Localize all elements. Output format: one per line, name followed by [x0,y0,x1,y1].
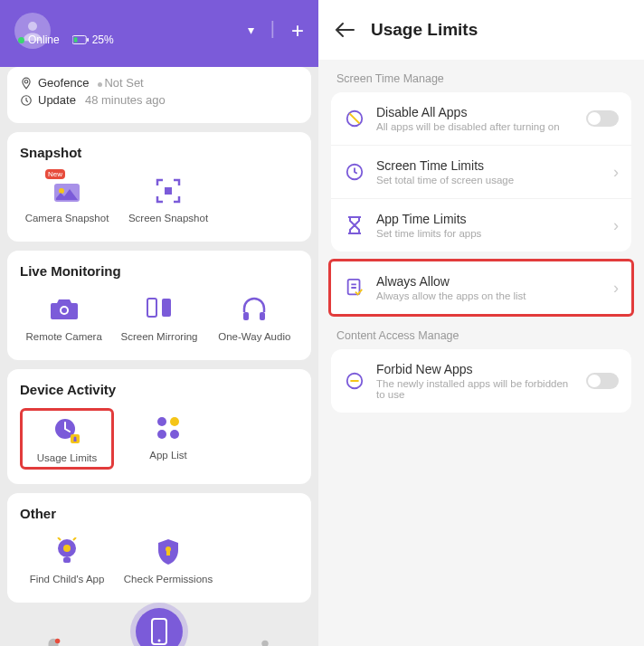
section-title: Live Monitoring [20,263,298,279]
app-time-limits-row[interactable]: App Time Limits Set time limits for apps… [331,199,631,252]
snapshot-section: Snapshot New Camera Snapshot Screen Snap… [7,132,311,242]
update-row[interactable]: Update 48 minutes ago [20,93,298,107]
screen-mirroring-item[interactable]: Screen Mirroring [115,290,203,346]
forbid-new-apps-row[interactable]: Forbid New Apps The newly installed apps… [331,349,631,413]
device-icon [136,608,183,646]
usage-limits-screen: Usage Limits Screen Time Manage Disable … [318,0,644,646]
forbid-toggle[interactable] [586,373,619,389]
lightbulb-icon [51,536,83,568]
back-button[interactable] [335,22,355,38]
svg-rect-25 [63,557,71,563]
camera-snapshot-item[interactable]: New Camera Snapshot [20,171,114,227]
svg-rect-13 [243,312,249,320]
add-button[interactable]: + [291,18,304,43]
svg-rect-27 [166,551,170,556]
svg-point-7 [59,188,64,194]
screen-time-card: Disable All Apps All apps will be disabl… [331,92,631,252]
other-section: Other Find Child's App Check Permissions [7,493,311,603]
bottom-nav: Notice Device Me [0,612,318,646]
nav-notice[interactable]: Notice [17,637,90,646]
svg-point-20 [170,417,179,426]
svg-point-21 [157,430,166,439]
svg-rect-12 [162,299,171,317]
camera-icon [48,293,80,326]
svg-point-24 [63,545,71,552]
status-card: Geofence Not Set Update 48 minutes ago [7,67,311,123]
chevron-right-icon: › [613,163,619,182]
hourglass-icon [344,214,365,236]
svg-point-4 [24,80,28,83]
section-title: Device Activity [20,382,298,397]
check-permissions-item[interactable]: Check Permissions [121,532,215,588]
mirroring-icon [143,293,175,326]
svg-point-10 [62,308,67,313]
find-childs-app-item[interactable]: Find Child's App [20,532,114,588]
forbid-icon [344,370,365,392]
app-list-item[interactable]: App List [121,408,215,470]
camera-snapshot-icon: New [51,175,83,207]
svg-rect-3 [87,38,89,42]
svg-rect-11 [147,299,156,317]
usage-limits-icon [51,414,83,447]
svg-point-28 [54,639,60,644]
svg-point-0 [28,22,37,31]
section-title: Other [20,506,298,521]
svg-point-22 [170,430,179,439]
chevron-right-icon: › [613,279,619,298]
always-allow-row[interactable]: Always Allow Always allow the apps on th… [331,261,631,314]
screen-snapshot-icon [152,175,185,207]
shield-icon [152,536,185,568]
svg-rect-14 [260,312,265,320]
live-monitoring-section: Live Monitoring Remote Camera Screen Mir… [7,251,311,360]
disable-icon [344,108,365,129]
svg-point-31 [262,641,269,646]
svg-rect-8 [165,187,172,195]
disable-all-apps-row[interactable]: Disable All Apps All apps will be disabl… [331,92,631,146]
chevron-right-icon: › [613,216,619,235]
usage-limits-item[interactable]: Usage Limits [20,408,114,470]
page-title: Usage Limits [371,20,478,40]
main-screen: Online 25% | + Geofence Not Set Update [0,0,318,646]
disable-toggle[interactable] [586,110,619,127]
svg-rect-18 [74,439,77,442]
device-activity-section: Device Activity Usage Limits App List [7,369,311,484]
content-access-manage-label: Content Access Manage [318,317,644,349]
battery-indicator: 25% [72,33,114,46]
one-way-audio-item[interactable]: One-Way Audio [211,290,298,346]
screen-snapshot-item[interactable]: Screen Snapshot [121,171,215,227]
dropdown-button[interactable] [248,18,254,43]
nav-me[interactable]: Me [229,637,301,646]
content-access-card: Forbid New Apps The newly installed apps… [331,349,631,413]
svg-point-19 [157,417,166,426]
screen-time-manage-label: Screen Time Manage [318,60,644,92]
header: Online 25% | + [0,0,318,67]
screen-time-limits-row[interactable]: Screen Time Limits Set total time of scr… [331,146,631,199]
headphones-icon [238,293,270,326]
remote-camera-item[interactable]: Remote Camera [20,290,108,346]
svg-point-30 [157,640,160,642]
checklist-icon [344,277,365,299]
geofence-row[interactable]: Geofence Not Set [20,76,298,90]
nav-device[interactable]: Device [123,608,195,646]
svg-rect-2 [73,37,77,42]
section-title: Snapshot [20,145,298,160]
clock-icon [344,161,365,183]
app-list-icon [152,412,185,444]
right-header: Usage Limits [318,0,644,60]
online-status: Online [18,33,60,46]
always-allow-card: Always Allow Always allow the apps on th… [328,259,634,317]
